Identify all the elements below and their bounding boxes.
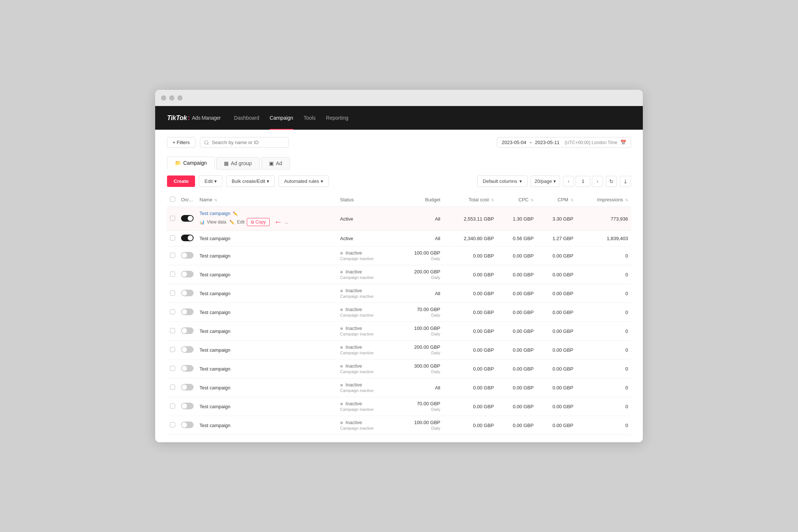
row-toggle-11[interactable] xyxy=(181,403,194,409)
row-checkbox-12[interactable] xyxy=(170,422,175,427)
copy-button[interactable]: ⧉ Copy xyxy=(247,218,270,226)
row-toggle-9[interactable] xyxy=(181,365,194,372)
minimize-btn[interactable] xyxy=(169,95,174,100)
date-end: 2023-05-11 xyxy=(535,140,560,145)
cpm-2: 1.27 GBP xyxy=(552,236,573,241)
status-sub-12: Campaign inactive xyxy=(340,426,374,430)
cpm-1: 3.30 GBP xyxy=(552,216,573,222)
campaign-name-9: Test campaign xyxy=(200,366,231,372)
campaign-name-11: Test campaign xyxy=(200,404,231,409)
create-button[interactable]: Create xyxy=(167,175,195,187)
status-cell-11: Inactive Campaign inactive xyxy=(340,401,393,412)
status-label-10: Inactive xyxy=(345,382,362,388)
row-checkbox-9[interactable] xyxy=(170,366,175,371)
edit-button[interactable]: Edit ▾ xyxy=(199,175,222,187)
edit-link[interactable]: Edit xyxy=(237,219,245,225)
refresh-button[interactable]: ↻ xyxy=(606,176,617,187)
auto-chevron-icon: ▾ xyxy=(321,178,323,184)
row-toggle-2[interactable] xyxy=(181,235,194,241)
cpc-6: 0.00 GBP xyxy=(513,310,533,315)
bulk-button[interactable]: Bulk create/Edit ▾ xyxy=(226,175,275,187)
date-tilde: ~ xyxy=(529,140,532,145)
cpc-sort-icon[interactable]: ⇅ xyxy=(531,198,533,202)
row-toggle-3[interactable] xyxy=(181,252,194,259)
search-input[interactable] xyxy=(200,137,289,148)
impressions-9: 0 xyxy=(625,366,628,372)
row-checkbox-5[interactable] xyxy=(170,290,175,296)
header-cpm: CPM ⇅ xyxy=(536,193,576,207)
total-cost-1: 2,553.11 GBP xyxy=(464,216,494,222)
row-checkbox-10[interactable] xyxy=(170,385,175,390)
row-checkbox-3[interactable] xyxy=(170,253,175,258)
per-page-label: 20/page xyxy=(535,178,552,184)
next-page-button[interactable]: › xyxy=(592,176,603,187)
budget-6: 70.00 GBP xyxy=(417,307,440,312)
tab-ad[interactable]: ▣ Ad xyxy=(261,157,290,170)
view-data-link[interactable]: View data xyxy=(207,219,226,225)
maximize-btn[interactable] xyxy=(177,95,183,100)
close-btn[interactable] xyxy=(161,95,166,100)
status-label-8: Inactive xyxy=(345,344,362,350)
status-dot-7 xyxy=(340,327,343,330)
nav-campaign[interactable]: Campaign xyxy=(270,113,293,122)
nav-reporting[interactable]: Reporting xyxy=(326,113,348,122)
status-sub-8: Campaign inactive xyxy=(340,351,374,355)
status-cell-10: Inactive Campaign inactive xyxy=(340,382,393,393)
budget-10: All xyxy=(435,385,440,391)
cpm-11: 0.00 GBP xyxy=(552,404,573,409)
row-checkbox-4[interactable] xyxy=(170,272,175,277)
row-checkbox-7[interactable] xyxy=(170,328,175,333)
budget-1: All xyxy=(435,216,440,222)
status-dot-6 xyxy=(340,308,343,311)
view-data-icon: 📊 xyxy=(200,220,205,225)
status-label-11: Inactive xyxy=(345,401,362,406)
impressions-11: 0 xyxy=(625,404,628,409)
columns-button[interactable]: Default columns ▾ xyxy=(477,175,528,187)
campaign-name-2: Test campaign xyxy=(200,236,231,241)
campaign-name-link-1[interactable]: Test campaign xyxy=(200,211,231,216)
cost-sort-icon[interactable]: ⇅ xyxy=(491,198,494,202)
cpc-8: 0.00 GBP xyxy=(513,347,533,353)
row-checkbox-11[interactable] xyxy=(170,403,175,409)
row-toggle-6[interactable] xyxy=(181,308,194,315)
tab-campaign[interactable]: 📁 Campaign xyxy=(167,157,215,170)
row-toggle-4[interactable] xyxy=(181,271,194,277)
prev-page-button[interactable]: ‹ xyxy=(563,176,574,187)
total-cost-10: 0.00 GBP xyxy=(473,385,494,391)
row-toggle-1[interactable] xyxy=(181,215,194,222)
more-link[interactable]: ... xyxy=(284,219,288,225)
impressions-1: 773,936 xyxy=(611,216,628,222)
row-checkbox-2[interactable] xyxy=(170,235,175,241)
row-toggle-5[interactable] xyxy=(181,290,194,296)
tab-campaign-label: Campaign xyxy=(183,160,207,166)
campaign-name-8: Test campaign xyxy=(200,347,231,353)
select-all-checkbox[interactable] xyxy=(170,197,175,202)
cpm-sort-icon[interactable]: ⇅ xyxy=(570,198,573,202)
row-checkbox-8[interactable] xyxy=(170,347,175,352)
status-label-4: Inactive xyxy=(345,269,362,274)
cpc-5: 0.00 GBP xyxy=(513,291,533,296)
cpm-9: 0.00 GBP xyxy=(552,366,573,372)
row-checkbox-6[interactable] xyxy=(170,309,175,314)
nav-dashboard[interactable]: Dashboard xyxy=(234,113,259,122)
table-header-row: On/... Name ⇅ Status Budget Total cost ⇅… xyxy=(167,193,631,207)
name-sort-icon[interactable]: ⇅ xyxy=(214,198,217,202)
row-checkbox-1[interactable] xyxy=(170,216,175,221)
header-cpc: CPC ⇅ xyxy=(497,193,537,207)
row-toggle-8[interactable] xyxy=(181,346,194,353)
date-range-selector[interactable]: 2023-05-04 ~ 2023-05-11 (UTC+00:00) Lond… xyxy=(497,137,631,148)
impressions-2: 1,839,403 xyxy=(607,236,628,241)
row-toggle-7[interactable] xyxy=(181,327,194,334)
row-toggle-10[interactable] xyxy=(181,384,194,391)
status-cell-12: Inactive Campaign inactive xyxy=(340,420,393,431)
export-button[interactable]: ⤓ xyxy=(620,176,631,187)
ad-icon: ▣ xyxy=(269,160,274,166)
per-page-select[interactable]: 20/page ▾ xyxy=(531,175,560,187)
table-row: Test campaign Inactive Campaign inactive… xyxy=(167,397,631,416)
nav-tools[interactable]: Tools xyxy=(304,113,316,122)
automated-rules-button[interactable]: Automated rules ▾ xyxy=(279,175,329,187)
row-toggle-12[interactable] xyxy=(181,422,194,428)
filter-button[interactable]: + Filters xyxy=(167,137,195,148)
tab-adgroup[interactable]: ▦ Ad group xyxy=(216,157,260,170)
impressions-sort-icon[interactable]: ⇅ xyxy=(625,198,628,202)
